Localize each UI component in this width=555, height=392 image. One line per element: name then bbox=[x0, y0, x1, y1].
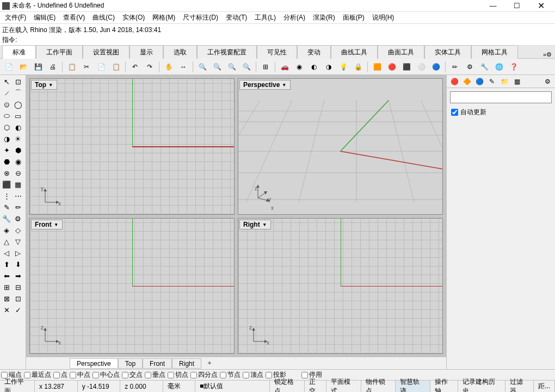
toolbar-button[interactable]: ✏ bbox=[448, 60, 461, 73]
side-tool-button[interactable]: ⊟ bbox=[13, 282, 23, 293]
grid-icon[interactable]: ▦ bbox=[511, 76, 522, 87]
viewport-title[interactable]: Perspective ▾ bbox=[239, 80, 291, 90]
side-tool-button[interactable]: △ bbox=[1, 236, 12, 247]
side-tool-button[interactable]: ⟋ bbox=[1, 88, 12, 98]
menu-item[interactable]: 面板(P) bbox=[339, 13, 368, 22]
side-tool-button[interactable]: ⊡ bbox=[13, 293, 23, 304]
side-tool-button[interactable]: ↖ bbox=[1, 76, 12, 87]
texture-icon[interactable]: 🔶 bbox=[461, 76, 472, 87]
toolbar-tab[interactable]: 实体工具 bbox=[424, 45, 471, 59]
gear-icon[interactable]: ⚙ bbox=[542, 76, 553, 87]
env-icon[interactable]: 🔵 bbox=[474, 76, 485, 87]
toolbar-button[interactable]: ↔ bbox=[177, 60, 190, 73]
side-tool-button[interactable]: ⬆ bbox=[1, 259, 12, 270]
side-tool-button[interactable]: ◯ bbox=[13, 99, 23, 110]
menu-item[interactable]: 编辑(E) bbox=[30, 13, 59, 22]
side-tool-button[interactable]: ✦ bbox=[1, 145, 12, 155]
status-toggle[interactable]: 记录建构历史 bbox=[458, 381, 505, 392]
side-tool-button[interactable]: ⌒ bbox=[13, 88, 23, 98]
viewport-dropdown-icon[interactable]: ▾ bbox=[54, 222, 59, 227]
side-tool-button[interactable]: ⬛ bbox=[1, 179, 12, 190]
toolbar-tab[interactable]: 曲线工具 bbox=[331, 45, 378, 59]
toolbar-button[interactable]: 📄 bbox=[95, 60, 108, 73]
side-tool-button[interactable]: ✏ bbox=[13, 202, 23, 213]
side-tool-button[interactable]: ◇ bbox=[13, 225, 23, 235]
side-tool-button[interactable]: ✎ bbox=[1, 202, 12, 213]
layer-box[interactable]: ■默认值 bbox=[195, 381, 270, 392]
side-tool-button[interactable]: ▷ bbox=[13, 247, 23, 258]
brush-icon[interactable]: ✎ bbox=[486, 76, 497, 87]
side-tool-button[interactable]: ✓ bbox=[13, 304, 23, 315]
side-tool-button[interactable]: ⊙ bbox=[1, 99, 12, 110]
viewport-perspective[interactable]: Perspective ▾ x y z bbox=[238, 78, 443, 215]
toolbar-button[interactable]: 🌐 bbox=[492, 60, 505, 73]
toolbar-button[interactable]: 📋 bbox=[65, 60, 78, 73]
folder-icon[interactable]: 📁 bbox=[499, 76, 510, 87]
status-toggle[interactable]: 锁定格点 bbox=[270, 381, 304, 392]
toolbar-tab[interactable]: 网格工具 bbox=[471, 45, 518, 59]
toolbar-button[interactable]: ↷ bbox=[143, 60, 156, 73]
viewport-tab[interactable]: Top bbox=[118, 358, 143, 369]
toolbar-tab[interactable]: 选取 bbox=[163, 45, 197, 59]
status-toggle[interactable]: 正交 bbox=[305, 381, 326, 392]
toolbar-button[interactable]: 🔍 bbox=[240, 60, 253, 73]
status-toggle[interactable]: 操作轴 bbox=[430, 381, 459, 392]
menu-item[interactable]: 分析(A) bbox=[280, 13, 309, 22]
menu-item[interactable]: 曲线(C) bbox=[89, 13, 119, 22]
expand-tabs-button[interactable]: »⚙ bbox=[540, 51, 555, 58]
menu-item[interactable]: 工具(L) bbox=[251, 13, 280, 22]
toolbar-tab[interactable]: 设置视图 bbox=[83, 45, 130, 59]
toolbar-button[interactable]: 🔍 bbox=[211, 60, 224, 73]
toolbar-button[interactable]: ✂ bbox=[80, 60, 93, 73]
toolbar-tab[interactable]: 变动 bbox=[297, 45, 331, 59]
menu-item[interactable]: 实体(O) bbox=[119, 13, 149, 22]
status-toggle[interactable]: 智慧轨迹 bbox=[396, 381, 430, 392]
viewport-tab[interactable]: Front bbox=[143, 358, 172, 369]
viewport-right[interactable]: Right ▾ x z bbox=[238, 218, 443, 354]
side-tool-button[interactable]: ◁ bbox=[1, 247, 12, 258]
side-tool-button[interactable]: ◉ bbox=[13, 156, 23, 167]
panel-search-input[interactable] bbox=[450, 91, 552, 103]
osnap-item[interactable]: 中心点 bbox=[92, 370, 120, 379]
osnap-item[interactable]: 节点 bbox=[220, 370, 240, 379]
toolbar-tab[interactable]: 显示 bbox=[130, 45, 163, 59]
toolbar-button[interactable]: 💾 bbox=[32, 60, 45, 73]
side-tool-button[interactable]: ⋯ bbox=[13, 190, 23, 201]
toolbar-button[interactable]: 🔧 bbox=[478, 60, 491, 73]
viewport-dropdown-icon[interactable]: ▾ bbox=[262, 222, 267, 227]
menu-item[interactable]: 渲染(R) bbox=[309, 13, 339, 22]
toolbar-button[interactable]: ⚪ bbox=[415, 60, 428, 73]
side-tool-button[interactable]: ⬅ bbox=[1, 270, 12, 281]
toolbar-button[interactable]: ⊞ bbox=[259, 60, 272, 73]
side-tool-button[interactable]: ⊠ bbox=[1, 293, 12, 304]
status-toggle[interactable]: 平面模式 bbox=[326, 381, 361, 392]
auto-update-checkbox[interactable]: 自动更新 bbox=[451, 108, 551, 117]
toolbar-tab[interactable]: 可见性 bbox=[257, 45, 297, 59]
menu-item[interactable]: 变动(T) bbox=[222, 13, 251, 22]
side-tool-button[interactable]: ▭ bbox=[13, 110, 23, 121]
osnap-item[interactable]: 交点 bbox=[122, 370, 143, 379]
viewport-tab[interactable]: Perspective bbox=[70, 358, 118, 369]
toolbar-button[interactable]: 📂 bbox=[17, 60, 30, 73]
side-tool-button[interactable]: ⋮ bbox=[1, 190, 12, 201]
toolbar-button[interactable]: 📋 bbox=[109, 60, 122, 73]
toolbar-button[interactable]: 🟧 bbox=[371, 60, 384, 73]
side-tool-button[interactable]: ⊗ bbox=[1, 167, 12, 178]
toolbar-button[interactable]: ↶ bbox=[128, 60, 141, 73]
viewport-tab[interactable]: Right bbox=[172, 358, 201, 369]
side-tool-button[interactable]: ⊞ bbox=[1, 282, 12, 293]
toolbar-button[interactable]: ⚙ bbox=[463, 60, 476, 73]
toolbar-button[interactable]: 🔵 bbox=[429, 60, 442, 73]
osnap-item[interactable]: 中点 bbox=[70, 370, 90, 379]
menu-item[interactable]: 查看(V) bbox=[59, 13, 89, 22]
side-tool-button[interactable]: ☀ bbox=[13, 133, 23, 144]
toolbar-button[interactable]: ◐ bbox=[307, 60, 320, 73]
toolbar-button[interactable]: ⬛ bbox=[400, 60, 413, 73]
menu-item[interactable]: 文件(F) bbox=[1, 13, 30, 22]
menu-item[interactable]: 尺寸标注(D) bbox=[179, 13, 222, 22]
side-tool-button[interactable]: ⬡ bbox=[1, 122, 12, 133]
maximize-button[interactable]: ☐ bbox=[505, 1, 529, 11]
side-tool-button[interactable]: 🔧 bbox=[1, 213, 12, 224]
osnap-item[interactable]: 顶点 bbox=[243, 370, 263, 379]
viewport-title[interactable]: Top ▾ bbox=[31, 80, 57, 90]
